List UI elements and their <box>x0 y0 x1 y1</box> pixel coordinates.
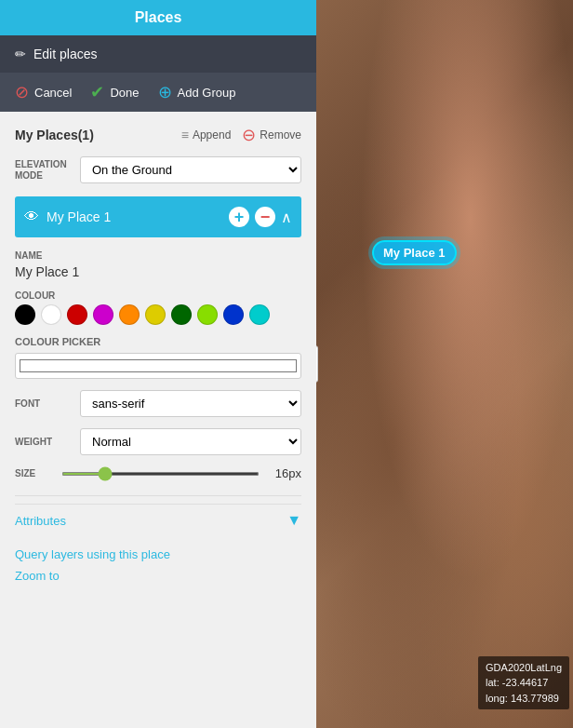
places-actions: ≡ Append ⊖ Remove <box>181 125 301 145</box>
name-field-row: NAME My Place 1 <box>15 250 301 279</box>
add-group-button[interactable]: ⊕ Add Group <box>158 82 236 102</box>
colour-swatch-yellow[interactable] <box>145 304 166 325</box>
size-value: 16px <box>269 466 301 480</box>
query-layers-link[interactable]: Query layers using this place <box>15 547 301 561</box>
name-value: My Place 1 <box>15 264 301 279</box>
colour-swatch-orange[interactable] <box>119 304 140 325</box>
size-slider[interactable] <box>61 472 260 476</box>
font-row: FONT sans-serif serif monospace <box>15 390 301 417</box>
attributes-label: Attributes <box>15 514 66 528</box>
lines-icon: ≡ <box>181 128 189 142</box>
place-item-name: My Place 1 <box>47 209 229 224</box>
places-header: My Places(1) ≡ Append ⊖ Remove <box>15 125 301 145</box>
map-area: ❮ My Place 1 GDA2020LatLng lat: -23.4461… <box>316 0 573 728</box>
remove-circle-icon: ⊖ <box>242 125 256 145</box>
done-label: Done <box>110 86 139 100</box>
collapse-panel-button[interactable]: ❮ <box>316 345 318 383</box>
map-coordinates: GDA2020LatLng lat: -23.44617 long: 143.7… <box>478 656 569 710</box>
font-select[interactable]: sans-serif serif monospace <box>80 390 301 417</box>
colour-label: COLOUR <box>15 290 301 301</box>
size-row: SIZE 16px <box>15 466 301 480</box>
eye-icon: 👁 <box>24 209 39 224</box>
edit-places-label: Edit places <box>33 47 97 61</box>
edit-places-bar: ✏ Edit places <box>0 35 316 73</box>
attributes-row[interactable]: Attributes ▼ <box>15 504 301 536</box>
cancel-icon: ⊘ <box>15 82 29 102</box>
cancel-label: Cancel <box>34 86 72 100</box>
colour-field-row: COLOUR <box>15 290 301 325</box>
colour-swatch-magenta[interactable] <box>93 304 113 325</box>
append-label: Append <box>193 128 231 142</box>
coords-long: long: 143.77989 <box>486 691 562 707</box>
size-label: SIZE <box>15 468 52 479</box>
place-add-button[interactable]: + <box>229 207 249 227</box>
remove-button[interactable]: ⊖ Remove <box>242 125 301 145</box>
attributes-chevron-icon: ▼ <box>286 512 301 529</box>
header-title: Places <box>135 9 182 25</box>
add-group-icon: ⊕ <box>158 82 172 102</box>
place-collapse-button[interactable]: ∧ <box>281 209 292 226</box>
colour-picker-row: COLOUR PICKER <box>15 336 301 379</box>
zoom-to-link[interactable]: Zoom to <box>15 569 301 583</box>
colour-swatch-lime[interactable] <box>197 304 218 325</box>
divider <box>15 495 301 496</box>
elevation-row: ELEVATION MODE On the Ground Relative to… <box>15 156 301 183</box>
map-place-label: My Place 1 <box>372 240 457 265</box>
elevation-select[interactable]: On the Ground Relative to Ground Absolut… <box>80 156 301 183</box>
colour-swatches <box>15 304 301 325</box>
done-icon: ✔ <box>90 82 104 102</box>
name-label: NAME <box>15 250 301 261</box>
places-title: My Places(1) <box>15 128 94 142</box>
place-item: 👁 My Place 1 + − ∧ <box>15 196 301 237</box>
visibility-toggle-button[interactable]: 👁 <box>24 209 47 225</box>
colour-swatch-red[interactable] <box>67 304 87 325</box>
weight-row: WEIGHT Normal Bold Bolder Lighter <box>15 428 301 455</box>
panel-header: Places <box>0 0 316 35</box>
action-bar: ⊘ Cancel ✔ Done ⊕ Add Group <box>0 73 316 112</box>
query-layers-label: Query layers using this place <box>15 547 170 561</box>
weight-select[interactable]: Normal Bold Bolder Lighter <box>80 428 301 455</box>
colour-picker-label: COLOUR PICKER <box>15 336 301 347</box>
add-group-label: Add Group <box>178 86 236 100</box>
colour-swatch-cyan[interactable] <box>249 304 270 325</box>
colour-swatch-blue[interactable] <box>223 304 244 325</box>
colour-swatch-dark-green[interactable] <box>171 304 192 325</box>
place-remove-button[interactable]: − <box>255 207 275 227</box>
map-background <box>316 0 573 728</box>
elevation-label: ELEVATION MODE <box>15 159 71 182</box>
coords-lat: lat: -23.44617 <box>486 675 562 691</box>
coords-system: GDA2020LatLng <box>486 660 562 676</box>
colour-swatch-white[interactable] <box>41 304 61 325</box>
cancel-button[interactable]: ⊘ Cancel <box>15 82 72 102</box>
append-button[interactable]: ≡ Append <box>181 128 232 142</box>
colour-picker-input[interactable] <box>15 353 301 379</box>
content-area: My Places(1) ≡ Append ⊖ Remove ELEVATION… <box>0 112 316 728</box>
remove-label: Remove <box>260 128 301 142</box>
colour-swatch-black[interactable] <box>15 304 35 325</box>
zoom-to-label: Zoom to <box>15 569 60 583</box>
done-button[interactable]: ✔ Done <box>90 82 139 102</box>
weight-label: WEIGHT <box>15 437 80 447</box>
pencil-icon: ✏ <box>15 47 26 61</box>
font-label: FONT <box>15 398 80 409</box>
